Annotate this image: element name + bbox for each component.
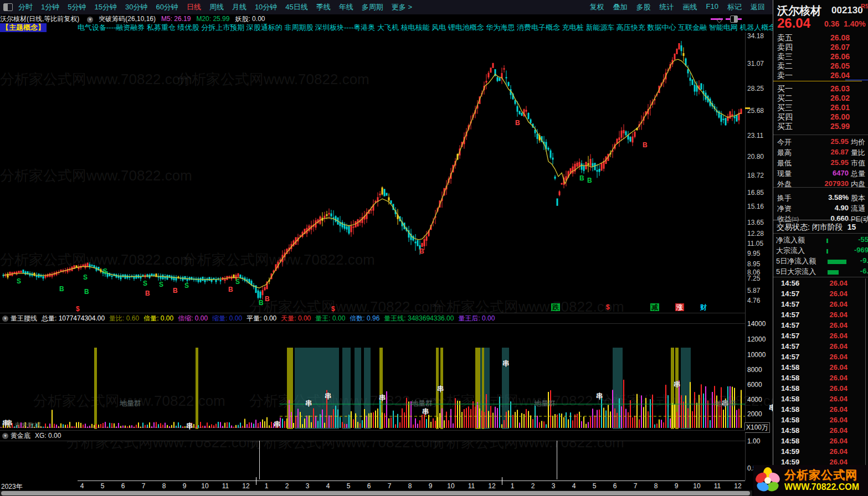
tick-row[interactable]: 14:5826.04: [773, 416, 868, 426]
flow-value: -9.: [860, 256, 868, 265]
menu-item-多周期[interactable]: 多周期: [362, 2, 383, 12]
ask-row[interactable]: 卖四26.07: [773, 43, 868, 52]
menu-item-60分钟[interactable]: 60分钟: [156, 2, 178, 12]
price-axis-label: 20.80: [747, 153, 764, 161]
tick-row[interactable]: 14:5826.04: [773, 437, 868, 447]
menu-item-更多 >[interactable]: 更多 >: [392, 2, 412, 12]
volume-chart[interactable]: [0, 323, 745, 429]
tick-row[interactable]: 14:5826.04: [773, 426, 868, 437]
indicator-name[interactable]: 量王腰线: [11, 314, 37, 323]
tick-time: 14:57: [781, 332, 799, 340]
bid-row[interactable]: 买二26.02: [773, 94, 868, 103]
chuan-marker: 串: [274, 421, 281, 428]
tick-time: 14:58: [781, 416, 799, 424]
tick-row[interactable]: 14:5726.04: [773, 321, 868, 332]
ask-row[interactable]: 卖五26.08: [773, 33, 868, 43]
tick-row[interactable]: 14:5826.04: [773, 405, 868, 416]
tick-row[interactable]: 14:5726.04: [773, 342, 868, 353]
tick-row[interactable]: 14:5826.04: [773, 384, 868, 395]
tick-row[interactable]: 14:5726.04: [773, 300, 868, 311]
stat-row: 换手3.58%股本: [773, 193, 868, 204]
tick-row[interactable]: 14:5826.04: [773, 363, 868, 374]
menu-item-多股[interactable]: 多股: [636, 2, 651, 12]
window-icon[interactable]: [3, 3, 13, 11]
tick-row[interactable]: 14:5726.04: [773, 332, 868, 342]
price-axis-label: 8.95: [747, 260, 760, 268]
chart-signal-B: B: [84, 288, 89, 295]
scrollbar-thumb[interactable]: [1, 491, 750, 495]
ask-row[interactable]: 卖二26.05: [773, 61, 868, 71]
bid-row[interactable]: 买三26.01: [773, 103, 868, 112]
tick-scrollbar[interactable]: [865, 278, 866, 467]
tick-price: 26.04: [829, 405, 848, 414]
menu-item-统计[interactable]: 统计: [660, 2, 674, 12]
x-axis-month: 12: [242, 482, 249, 490]
menu-item-返回[interactable]: 返回: [751, 2, 765, 12]
menu-item-画线[interactable]: 画线: [683, 2, 697, 12]
price-axis-label: 23.11: [747, 132, 763, 140]
tick-row[interactable]: 14:5826.04: [773, 374, 868, 384]
price-axis-label: 15.16: [747, 203, 764, 210]
stock-trading-app: 分时1分钟5分钟15分钟30分钟60分钟日线周线月线10分钟45日线季线年线多周…: [0, 0, 868, 496]
chart-signal-$: $: [76, 306, 80, 312]
price-axis-label: 12.28: [747, 230, 764, 237]
bid-price: 25.99: [830, 122, 850, 131]
collapse-icon[interactable]: ▾: [2, 316, 8, 322]
menu-item-10分钟[interactable]: 10分钟: [255, 2, 277, 12]
price-change: 0.36: [824, 19, 839, 28]
diamond-icon[interactable]: ◇: [717, 16, 722, 24]
tick-row[interactable]: 14:5926.04: [773, 447, 868, 458]
indicator-field: 量王后: 0.00: [458, 314, 495, 322]
chuan-marker: 串: [422, 408, 429, 415]
menu-item-日线[interactable]: 日线: [187, 2, 201, 12]
info-field[interactable]: 突破筹码(26,10,16): [99, 15, 156, 23]
menu-item-分时[interactable]: 分时: [18, 2, 33, 12]
tick-price: 26.04: [829, 416, 848, 424]
tick-row[interactable]: 14:5626.04: [773, 279, 868, 290]
bid-row[interactable]: 买一26.03: [773, 84, 868, 94]
tick-row[interactable]: 14:5726.04: [773, 353, 868, 363]
indicator-name[interactable]: 黄金底: [11, 431, 30, 441]
year-divider-tick: [256, 477, 256, 485]
horizontal-scrollbar[interactable]: [0, 490, 752, 496]
ask-row[interactable]: 卖一26.04: [773, 71, 868, 80]
tick-row[interactable]: 14:5726.04: [773, 290, 868, 300]
split-panel-icon[interactable]: [730, 16, 738, 23]
concept-list[interactable]: 电气设备----融资融券 私募重仓 绩优股 分拆上市预期 深股通标的 非周期股 …: [78, 23, 773, 32]
x-axis-month: 1: [265, 482, 269, 490]
ask-row[interactable]: 卖三26.06: [773, 52, 868, 61]
volume-indicator-bar: ▾ 量王腰线 总量: 1077474304.00量比: 0.60倍量: 0.00…: [0, 313, 745, 324]
menu-item-标记[interactable]: 标记: [727, 2, 742, 12]
bid-row[interactable]: 买四26.00: [773, 112, 868, 122]
x-axis-month: 4: [326, 482, 330, 490]
collapse-icon[interactable]: ▾: [2, 433, 8, 439]
collapse-icon[interactable]: ▾: [87, 17, 93, 23]
menu-item-1分钟[interactable]: 1分钟: [41, 2, 59, 12]
bid-label: 买二: [777, 94, 793, 104]
site-logo: 分析家公式网 WWW.70822.COM: [753, 465, 868, 496]
chart-signal-$: $: [606, 304, 610, 311]
candlestick-chart[interactable]: [0, 32, 745, 313]
menu-item-30分钟[interactable]: 30分钟: [125, 2, 147, 12]
menu-item-月线[interactable]: 月线: [232, 2, 246, 12]
stat-row: 现量6470总量: [773, 169, 868, 179]
menu-item-5分钟[interactable]: 5分钟: [68, 2, 86, 12]
menu-item-复权[interactable]: 复权: [590, 2, 604, 12]
menu-item-季线[interactable]: 季线: [316, 2, 331, 12]
chart-tag-跌: 跌: [551, 303, 560, 311]
menu-item-45日线[interactable]: 45日线: [285, 2, 307, 12]
menu-item-叠加[interactable]: 叠加: [613, 2, 628, 12]
trade-status: 交易状态: 闭市阶段 15: [777, 223, 856, 232]
indicator-field: 总量: 1077474304.00: [42, 314, 105, 322]
menu-item-年线[interactable]: 年线: [339, 2, 353, 12]
menu-item-15分钟[interactable]: 15分钟: [94, 2, 116, 12]
menu-item-周线[interactable]: 周线: [209, 2, 224, 12]
tick-row[interactable]: 14:5726.04: [773, 311, 868, 321]
menu-item-F10[interactable]: F10: [706, 2, 718, 12]
x-axis-month: 5: [347, 482, 351, 490]
chart-signal-B: B: [259, 299, 264, 306]
price-axis-label: 16.85: [747, 189, 764, 197]
trade-status-extra: 15: [848, 223, 856, 231]
tick-row[interactable]: 14:5826.04: [773, 395, 868, 405]
bid-row[interactable]: 买五25.99: [773, 122, 868, 131]
